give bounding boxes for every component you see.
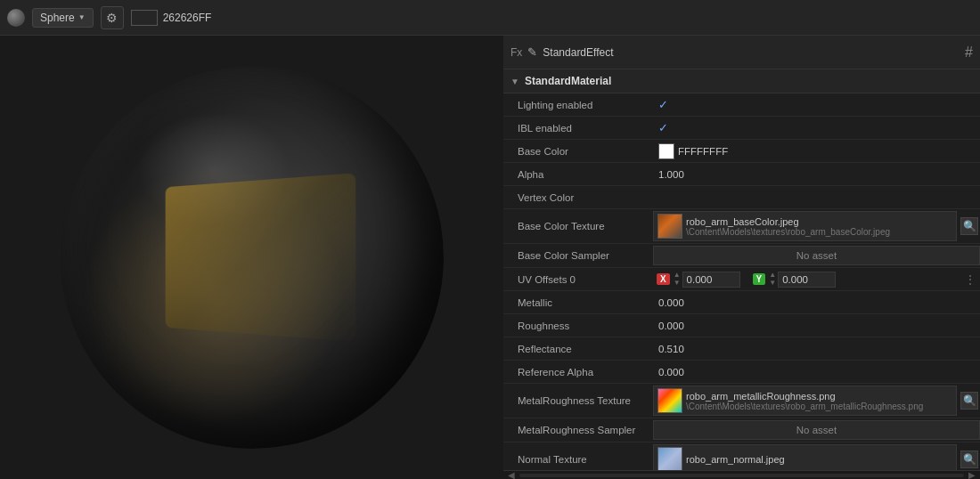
base-color-sampler-row: Base Color Sampler No asset [503,244,980,268]
object-type-dropdown[interactable]: Sphere ▼ [32,8,94,28]
reference-alpha-row: Reference Alpha 0.000 [503,361,980,384]
reference-alpha-number: 0.000 [658,367,684,378]
metalroughness-texture-thumb[interactable] [657,388,682,413]
normal-texture-row: Normal Texture robo_arm_normal.jpeg 🔍 [503,442,980,470]
color-box[interactable] [131,10,158,26]
alpha-number: 1.000 [658,169,684,180]
color-swatch-container: 262626FF [131,10,212,26]
base-color-texture-search-button[interactable]: 🔍 [960,217,978,235]
base-color-sampler-label: Base Color Sampler [503,250,653,261]
base-color-texture-thumb[interactable] [657,214,682,239]
roughness-row: Roughness 0.000 [503,314,980,337]
right-panel: Fx ✎ StandardEffect # ▼ StandardMaterial… [503,36,980,479]
metalroughness-texture-label: MetalRoughness Texture [503,395,653,406]
fx-bar: Fx ✎ StandardEffect # [503,36,980,69]
reference-alpha-value: 0.000 [653,367,980,378]
scroll-right-arrow[interactable]: ▶ [966,470,978,479]
base-color-value: FFFFFFFF [653,143,980,159]
normal-texture-name: robo_arm_normal.jpeg [686,454,952,465]
uv-offsets-row: UV Offsets 0 X ▲ ▼ Y ▲ ▼ [503,268,980,291]
ibl-enabled-check[interactable]: ✓ [658,121,668,134]
metalroughness-sampler-label: MetalRoughness Sampler [503,425,653,435]
metalroughness-texture-path: \Content\Models\textures\robo_arm_metall… [686,402,952,411]
main-content: Fx ✎ StandardEffect # ▼ StandardMaterial… [0,36,980,479]
sphere-viewport [0,36,503,479]
reflectance-row: Reflectance 0.510 [503,337,980,361]
metalroughness-texture-info: robo_arm_metallicRoughness.png \Content\… [686,391,952,411]
reflectance-value: 0.510 [653,344,980,354]
lighting-enabled-check[interactable]: ✓ [658,98,668,111]
uv-more-options[interactable]: ⋮ [964,272,976,287]
base-color-texture-name: robo_arm_baseColor.jpeg [686,216,952,227]
ibl-enabled-row: IBL enabled ✓ [503,117,980,140]
metallic-row: Metallic 0.000 [503,291,980,314]
y-stepper[interactable]: ▲ ▼ [769,272,776,287]
roughness-number: 0.000 [658,321,684,331]
lighting-enabled-value: ✓ [653,98,980,111]
settings-button[interactable]: ⚙ [101,6,124,29]
fx-filename: StandardEffect [543,46,613,59]
scroll-track [519,474,964,477]
y-badge: Y [753,273,766,285]
alpha-label: Alpha [503,169,653,180]
base-color-texture-path: \Content\Models\textures\robo_arm_baseCo… [686,227,952,237]
color-hex-label: 262626FF [163,12,212,24]
x-input[interactable] [682,272,740,288]
reference-alpha-label: Reference Alpha [503,367,653,378]
vertex-color-row: Vertex Color [503,186,980,209]
top-bar: Sphere ▼ ⚙ 262626FF [0,0,980,36]
sphere-3d [61,66,444,449]
ibl-enabled-label: IBL enabled [503,123,653,134]
alpha-value: 1.000 [653,169,980,180]
metallic-label: Metallic [503,297,653,308]
properties-panel: ▼ StandardMaterial Lighting enabled ✓ IB… [503,69,980,470]
viewport [0,36,503,479]
base-color-texture-row: Base Color Texture robo_arm_baseColor.jp… [503,209,980,244]
normal-texture-value: robo_arm_normal.jpeg [653,444,957,470]
uv-offsets-label: UV Offsets 0 [503,274,653,285]
normal-texture-info: robo_arm_normal.jpeg [686,454,952,465]
alpha-row: Alpha 1.000 [503,163,980,186]
ibl-enabled-value: ✓ [653,121,980,134]
dropdown-arrow-icon: ▼ [78,13,86,21]
lighting-enabled-row: Lighting enabled ✓ [503,93,980,117]
metalroughness-texture-name: robo_arm_metallicRoughness.png [686,391,952,402]
base-color-hex: FFFFFFFF [678,146,728,157]
sphere-icon [7,9,25,27]
base-color-swatch[interactable] [658,143,674,159]
normal-texture-thumb[interactable] [657,447,682,470]
roughness-label: Roughness [503,321,653,331]
hash-button[interactable]: # [965,45,973,61]
base-color-row: Base Color FFFFFFFF [503,140,980,163]
base-color-texture-value: robo_arm_baseColor.jpeg \Content\Models\… [653,211,957,241]
metalroughness-texture-value: robo_arm_metallicRoughness.png \Content\… [653,386,957,416]
reflectance-number: 0.510 [658,344,684,354]
x-badge: X [657,273,670,285]
base-color-label: Base Color [503,146,653,157]
metalroughness-texture-row: MetalRoughness Texture robo_arm_metallic… [503,384,980,418]
base-color-sampler-value: No asset [653,246,980,265]
uv-offsets-value: X ▲ ▼ Y ▲ ▼ [653,272,980,288]
base-color-texture-label: Base Color Texture [503,221,653,231]
section-title: StandardMaterial [525,75,611,87]
fx-file-icon: ✎ [527,45,537,59]
object-type-label: Sphere [40,12,75,24]
fx-label: Fx [510,46,522,59]
metalroughness-sampler-value: No asset [653,420,980,440]
base-color-sampler-no-asset: No asset [653,246,980,265]
metalroughness-sampler-row: MetalRoughness Sampler No asset [503,418,980,442]
x-stepper[interactable]: ▲ ▼ [674,272,681,287]
base-color-texture-info: robo_arm_baseColor.jpeg \Content\Models\… [686,216,952,237]
normal-texture-search-button[interactable]: 🔍 [960,451,978,468]
y-input[interactable] [778,272,836,288]
collapse-arrow-icon: ▼ [510,77,519,86]
reflectance-label: Reflectance [503,344,653,354]
section-header-standard-material[interactable]: ▼ StandardMaterial [503,69,980,93]
sphere-decal [166,173,356,342]
metalroughness-texture-search-button[interactable]: 🔍 [960,392,978,410]
scroll-left-arrow[interactable]: ◀ [505,470,518,479]
metalroughness-sampler-no-asset: No asset [653,420,980,440]
vertex-color-label: Vertex Color [503,192,653,203]
horizontal-scrollbar[interactable]: ◀ ▶ [503,470,980,479]
metallic-number: 0.000 [658,297,684,308]
